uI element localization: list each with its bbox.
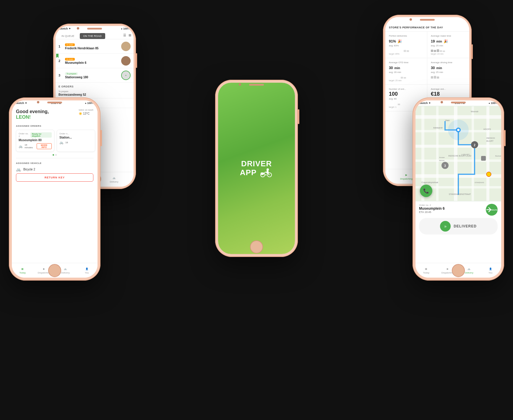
order-meta-2: 🚲 18 (59, 141, 92, 144)
dot-1 (53, 154, 54, 156)
bar-1-6 (404, 50, 406, 52)
perf-value-4: 30 min (431, 64, 466, 71)
power-button-p4[interactable] (298, 109, 299, 124)
order-card-2[interactable]: Order n... Station... 🚲 18 (57, 130, 95, 152)
delivered-button[interactable]: » DELIVERED (419, 218, 498, 235)
svg-point-0 (267, 168, 269, 171)
speaker-4 (249, 84, 264, 86)
bike-icon-2: 🚲 (59, 141, 64, 144)
splash-screen: DRIVER APP (218, 83, 295, 254)
date-label: WED 18 MAR (79, 109, 93, 111)
return-key-button[interactable]: RETURN KEY (16, 173, 93, 182)
greeting-block: Good evening, LEON! (16, 109, 49, 120)
svg-text:2: 2 (474, 144, 475, 147)
svg-rect-3 (261, 172, 264, 175)
home-button-4[interactable] (250, 240, 263, 253)
nav-you-5[interactable]: 👤 You (480, 267, 501, 274)
svg-rect-24 (481, 156, 486, 161)
svg-text:STANDHAS: STANDHAS (475, 182, 484, 183)
bookmark-icon (56, 54, 59, 58)
content-3: Sketch ✦ 5:00 PM ⬥ 100% Good evening, LE… (12, 100, 98, 278)
orders-scroll[interactable]: Order no. 2 Ready for dispatch Museumple… (12, 128, 98, 153)
route-arrow-icon (486, 207, 491, 212)
power-button-p2[interactable] (472, 44, 473, 59)
nav-you-3[interactable]: 👤 You (76, 267, 98, 274)
section-e-orders: E ORDERS (56, 83, 134, 89)
dots-indicator (12, 153, 98, 157)
nav-today-3[interactable]: ▦ Today (12, 267, 33, 274)
splash-title-row2: APP (240, 168, 273, 177)
order-num-small-1: Order no. 2 (19, 132, 30, 138)
svg-text:BUURT: BUURT (486, 140, 494, 142)
perf-bars-2 (431, 48, 466, 52)
status-left-5: Sketch ✦ (419, 102, 431, 105)
delivery-icon-1: 🚲 (111, 176, 117, 180)
svg-text:Woonstr: Woonstr (471, 110, 479, 113)
bar-2-1 (431, 50, 433, 52)
order-card-top-1: Order no. 2 Ready for dispatch (19, 132, 52, 138)
bar-4-3 (437, 76, 439, 79)
map-background: 2 3 Woonstr Adelaarstr INDISCHE BUU (415, 106, 501, 201)
camera-1 (77, 27, 79, 30)
driver-name: LEON! (16, 114, 49, 120)
list-icon[interactable]: ☰ (123, 33, 126, 37)
perf-bars-3 (389, 74, 423, 79)
order-num-1: 1 (59, 45, 63, 48)
status-right-5: ⬥ 100% (488, 102, 498, 105)
home-button-3[interactable] (48, 264, 61, 277)
svg-point-4 (265, 174, 267, 175)
bar-1-7 (407, 50, 409, 52)
perf-cell-4: Average driving time 30 min avg: 25 min (427, 58, 469, 85)
svg-text:Vaan: Vaan (445, 119, 450, 121)
bar-3-5 (401, 77, 403, 79)
route-button[interactable]: ROUTE (486, 204, 498, 216)
greeting-row: Good evening, LEON! WED 18 MAR ☀️ 13°C (16, 109, 93, 120)
partial-badge-1: To prepare (59, 90, 131, 92)
dispatching-icon-3: ▶ (41, 267, 47, 271)
screen-4: DRIVER APP (218, 83, 295, 254)
driver-header: Good evening, LEON! WED 18 MAR ☀️ 13°C (12, 106, 98, 122)
speaker-2 (420, 19, 435, 21)
phone-3-screen: Sketch ✦ 5:00 PM ⬥ 100% Good evening, LE… (12, 100, 98, 278)
section-assigned-orders: ASSIGNED ORDERS (12, 122, 98, 128)
order-row-3[interactable]: 3 To prepare Stationsweg 180 + (56, 68, 134, 83)
svg-text:Crayensteynstraat: Crayensteynstraat (421, 181, 438, 184)
svg-rect-15 (472, 106, 474, 201)
order-address-3: Stationsweg 180 (65, 76, 119, 79)
status-left-3: Sketch ✦ (15, 102, 27, 105)
partial-order-1[interactable]: To prepare Bormezandeweg 52 (56, 89, 134, 98)
splash-content: DRIVER APP (240, 159, 273, 178)
power-button-p3[interactable] (100, 130, 102, 146)
splash-title-block: DRIVER APP (240, 159, 273, 178)
partial-addr-1: Bormezandeweg 52 (59, 93, 131, 96)
more-info-button[interactable]: MORE INFO (37, 143, 52, 149)
svg-text:Bankstr: Bankstr (495, 155, 501, 157)
perf-value-6: €18 (431, 91, 466, 97)
power-button-p1[interactable] (136, 53, 137, 68)
bar-2-2 (434, 50, 436, 52)
bar-2-4 (440, 50, 442, 52)
order-card-1[interactable]: Order no. 2 Ready for dispatch Museumple… (16, 130, 54, 152)
you-icon-3: 👤 (84, 267, 90, 271)
map-icon[interactable]: ⊞ (129, 33, 131, 37)
map-area[interactable]: 2 3 Woonstr Adelaarstr INDISCHE BUU (415, 106, 501, 201)
vehicle-row: 🚲 Bicycle 2 (16, 167, 93, 172)
home-button-5[interactable] (452, 264, 465, 277)
splash-title-line2: APP (240, 168, 256, 177)
weather-display: ☀️ 13°C (79, 112, 93, 115)
nav-today-5[interactable]: ▦ Today (415, 267, 437, 274)
tab-on-the-road[interactable]: ON THE ROAD (80, 33, 105, 39)
bar-1-4 (398, 48, 400, 52)
dispatching-icon-5: ▶ (445, 267, 450, 271)
svg-text:Adelaarstr: Adelaarstr (433, 127, 443, 129)
bar-1-2 (392, 49, 394, 52)
order-row-1[interactable]: 1 In oven Frederik Hendriklaan 85 (56, 39, 134, 54)
dot-2 (55, 154, 57, 156)
order-time-2: 18 (65, 141, 68, 144)
perf-label-6: Average ord... (431, 88, 466, 90)
power-button-p5[interactable] (504, 130, 506, 146)
call-button[interactable]: 📞 (420, 185, 432, 197)
tab-in-queue[interactable]: IN QUEUE (58, 33, 78, 39)
order-row-2[interactable]: 2 In oven Museumplein 6 (56, 54, 134, 68)
perf-target-2: target: 24 min (431, 53, 466, 55)
